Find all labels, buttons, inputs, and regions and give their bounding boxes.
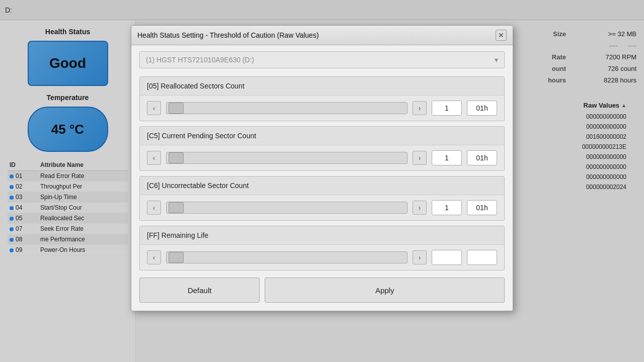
modal-titlebar: Health Status Setting - Threshold of Cau… [131,26,513,45]
modal-title: Health Status Setting - Threshold of Cau… [137,31,319,39]
slider-right-btn-FF[interactable]: › [413,250,427,264]
attr-section-body-FF: ‹ › [140,245,504,270]
default-button[interactable]: Default [139,278,260,303]
slider-right-btn-05[interactable]: › [413,101,427,115]
num-input-C6[interactable] [432,200,462,215]
attr-section-header-C6: [C6] Uncorrectable Sector Count [140,176,504,195]
drive-arrow-icon: ▾ [495,56,498,64]
slider-left-btn-C5[interactable]: ‹ [147,151,161,165]
attr-section-header-05: [05] Reallocated Sectors Count [140,77,504,96]
num-input-FF[interactable] [432,250,462,265]
attr-section-05: [05] Reallocated Sectors Count ‹ › [139,76,505,121]
attr-section-header-FF: [FF] Remaining Life [140,226,504,245]
attr-section-C6: [C6] Uncorrectable Sector Count ‹ › [139,176,505,221]
num-input-05[interactable] [432,101,462,116]
slider-left-btn-C6[interactable]: ‹ [147,201,161,215]
modal-buttons: Default Apply [139,278,505,303]
slider-thumb-FF [169,252,184,263]
slider-thumb-05 [169,103,184,114]
attr-section-body-C5: ‹ › [140,145,504,170]
modal-sections: [05] Reallocated Sectors Count ‹ › [C5] … [139,76,505,270]
apply-button[interactable]: Apply [265,278,505,303]
attr-section-body-05: ‹ › [140,96,504,121]
hex-input-C5[interactable] [467,150,497,165]
slider-left-btn-05[interactable]: ‹ [147,101,161,115]
num-input-C5[interactable] [432,150,462,165]
slider-track-C5[interactable] [166,152,408,164]
slider-track-FF[interactable] [166,251,408,263]
drive-selector[interactable]: (1) HGST HTS721010A9E630 (D:) ▾ [139,51,505,68]
slider-thumb-C6 [169,202,184,213]
modal-overlay: Health Status Setting - Threshold of Cau… [0,0,644,362]
slider-thumb-C5 [169,152,184,163]
hex-input-FF[interactable] [467,250,497,265]
attr-section-body-C6: ‹ › [140,195,504,220]
modal: Health Status Setting - Threshold of Cau… [131,25,513,311]
slider-track-C6[interactable] [166,202,408,214]
slider-left-btn-FF[interactable]: ‹ [147,250,161,264]
hex-input-05[interactable] [467,101,497,116]
modal-body: (1) HGST HTS721010A9E630 (D:) ▾ [05] Rea… [131,45,513,311]
attr-section-C5: [C5] Current Pending Sector Count ‹ › [139,126,505,171]
hex-input-C6[interactable] [467,200,497,215]
slider-right-btn-C5[interactable]: › [413,151,427,165]
drive-label: (1) HGST HTS721010A9E630 (D:) [146,56,254,64]
slider-right-btn-C6[interactable]: › [413,201,427,215]
slider-track-05[interactable] [166,102,408,114]
modal-close-button[interactable]: ✕ [496,30,507,41]
attr-section-header-C5: [C5] Current Pending Sector Count [140,127,504,145]
attr-section-FF: [FF] Remaining Life ‹ › [139,226,505,270]
